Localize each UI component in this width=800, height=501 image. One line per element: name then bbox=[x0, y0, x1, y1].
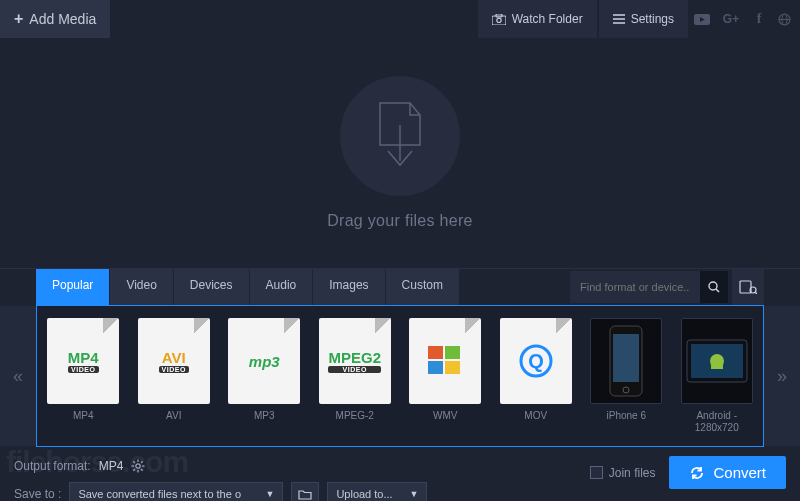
svg-rect-28 bbox=[711, 361, 723, 369]
output-format-label: Output format: bbox=[14, 459, 91, 473]
file-arrow-icon bbox=[372, 101, 428, 171]
join-files-checkbox[interactable]: Join files bbox=[590, 466, 656, 480]
preset-label: MPEG-2 bbox=[336, 410, 374, 422]
folder-icon bbox=[298, 489, 312, 500]
preset-label: Android - 1280x720 bbox=[675, 410, 760, 434]
upload-label: Upload to... bbox=[336, 488, 392, 500]
browse-folder-button[interactable] bbox=[291, 482, 319, 501]
svg-point-2 bbox=[497, 18, 501, 22]
save-path-value: Save converted files next to the o bbox=[78, 488, 241, 500]
preset-iphone-6[interactable]: iPhone 6 bbox=[584, 314, 669, 438]
save-path-select[interactable]: Save converted files next to the o ▼ bbox=[69, 482, 283, 501]
tab-images[interactable]: Images bbox=[313, 269, 385, 305]
facebook-icon[interactable]: f bbox=[750, 11, 768, 27]
svg-line-15 bbox=[756, 293, 758, 295]
drop-text: Drag your files here bbox=[327, 212, 473, 230]
upload-to-select[interactable]: Upload to... ▼ bbox=[327, 482, 427, 501]
tab-devices[interactable]: Devices bbox=[174, 269, 250, 305]
search-icon bbox=[708, 281, 720, 293]
chevron-down-icon: ▼ bbox=[265, 489, 274, 499]
output-settings-button[interactable] bbox=[131, 459, 145, 473]
svg-point-11 bbox=[709, 282, 717, 290]
preset-label: MP3 bbox=[254, 410, 275, 422]
preset-avi[interactable]: AVIVIDEOAVI bbox=[132, 314, 217, 438]
drop-circle bbox=[340, 76, 460, 196]
menu-icon bbox=[613, 14, 625, 24]
svg-rect-19 bbox=[445, 361, 460, 374]
settings-label: Settings bbox=[631, 12, 674, 26]
search-button[interactable] bbox=[700, 271, 728, 303]
preset-mp3[interactable]: mp3MP3 bbox=[222, 314, 307, 438]
preset-label: iPhone 6 bbox=[607, 410, 646, 422]
device-detect-icon bbox=[739, 280, 757, 294]
svg-rect-16 bbox=[428, 346, 443, 359]
drop-zone[interactable]: Drag your files here bbox=[0, 38, 800, 268]
search-input[interactable] bbox=[570, 281, 700, 293]
save-to-label: Save to : bbox=[14, 487, 61, 501]
gear-icon bbox=[131, 459, 145, 473]
plus-icon: + bbox=[14, 10, 23, 28]
preset-mpeg-2[interactable]: MPEG2VIDEOMPEG-2 bbox=[313, 314, 398, 438]
svg-line-37 bbox=[134, 469, 136, 471]
convert-button[interactable]: Convert bbox=[669, 456, 786, 489]
preset-label: MP4 bbox=[73, 410, 94, 422]
presets-prev-button[interactable]: « bbox=[0, 306, 36, 446]
presets-next-button[interactable]: » bbox=[764, 306, 800, 446]
add-media-button[interactable]: + Add Media bbox=[0, 0, 110, 38]
chevron-down-icon: ▼ bbox=[409, 489, 418, 499]
preset-mov[interactable]: QMOV bbox=[494, 314, 579, 438]
svg-line-35 bbox=[141, 469, 143, 471]
preset-wmv[interactable]: WMV bbox=[403, 314, 488, 438]
svg-line-36 bbox=[141, 461, 143, 463]
convert-label: Convert bbox=[713, 464, 766, 481]
svg-rect-13 bbox=[740, 281, 751, 293]
output-format-value: MP4 bbox=[99, 459, 124, 473]
tab-video[interactable]: Video bbox=[110, 269, 173, 305]
youtube-icon[interactable] bbox=[694, 14, 712, 25]
google-plus-icon[interactable]: G+ bbox=[722, 12, 740, 26]
preset-mp4[interactable]: MP4VIDEOMP4 bbox=[41, 314, 126, 438]
preset-label: AVI bbox=[166, 410, 181, 422]
globe-icon[interactable] bbox=[778, 13, 796, 26]
camera-icon bbox=[492, 14, 506, 25]
preset-label: MOV bbox=[524, 410, 547, 422]
checkbox-icon bbox=[590, 466, 603, 479]
svg-line-12 bbox=[716, 289, 719, 292]
tab-audio[interactable]: Audio bbox=[250, 269, 314, 305]
svg-text:Q: Q bbox=[528, 350, 544, 372]
svg-rect-23 bbox=[613, 334, 639, 382]
join-files-label: Join files bbox=[609, 466, 656, 480]
device-detect-button[interactable] bbox=[732, 269, 764, 305]
add-media-label: Add Media bbox=[29, 11, 96, 27]
search-container bbox=[570, 271, 728, 303]
tab-custom[interactable]: Custom bbox=[386, 269, 460, 305]
tab-popular[interactable]: Popular bbox=[36, 269, 110, 305]
svg-line-34 bbox=[134, 461, 136, 463]
svg-point-29 bbox=[136, 464, 140, 468]
svg-rect-18 bbox=[428, 361, 443, 374]
watch-folder-label: Watch Folder bbox=[512, 12, 583, 26]
convert-icon bbox=[689, 465, 705, 481]
svg-rect-17 bbox=[445, 346, 460, 359]
settings-button[interactable]: Settings bbox=[599, 0, 688, 38]
watch-folder-button[interactable]: Watch Folder bbox=[478, 0, 597, 38]
preset-label: WMV bbox=[433, 410, 457, 422]
preset-android-1280x720[interactable]: Android - 1280x720 bbox=[675, 314, 760, 438]
